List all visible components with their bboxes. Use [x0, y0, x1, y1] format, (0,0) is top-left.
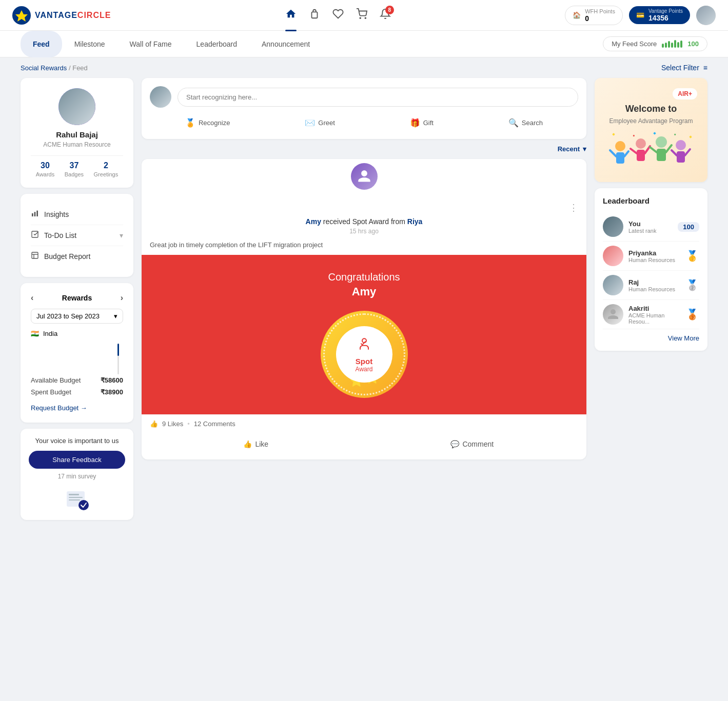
svg-rect-8 — [32, 231, 38, 237]
award-medal-container: ⭐ ⭐ Spot — [321, 311, 408, 398]
svg-point-18 — [615, 141, 625, 151]
heart-nav-icon[interactable] — [332, 8, 344, 22]
home-nav-icon[interactable] — [285, 8, 297, 22]
svg-rect-9 — [32, 252, 38, 258]
award-recipient-name: Amy — [352, 285, 377, 298]
svg-point-30 — [676, 140, 686, 150]
nav-milestone[interactable]: Milestone — [62, 31, 117, 57]
profile-avatar — [58, 88, 95, 125]
award-card: Congratulations Amy ⭐ ⭐ — [142, 255, 586, 414]
lb-raj-medal: 🥈 — [685, 278, 699, 292]
award-person-icon — [356, 336, 372, 356]
breadcrumb: Social Rewards / Feed — [21, 64, 88, 72]
svg-rect-34 — [612, 133, 615, 135]
notification-badge: 8 — [385, 6, 394, 14]
recognize-icon: 🏅 — [185, 118, 195, 128]
feed-score-box: My Feed Score 100 — [603, 36, 707, 51]
request-budget-link[interactable]: Request Budget → — [31, 404, 87, 412]
lb-you-avatar — [603, 216, 623, 237]
recognize-button[interactable]: 🏅 Recognize — [177, 115, 238, 131]
post-more-icon[interactable]: ⋮ — [569, 202, 578, 213]
nav-wall-of-fame[interactable]: Wall of Fame — [117, 31, 184, 57]
post-time: 15 hrs ago — [142, 228, 586, 239]
select-filter-button[interactable]: Select Filter ≡ — [661, 64, 707, 72]
profile-stats: 30 Awards 37 Badges 2 Greetings — [31, 155, 123, 177]
lb-aakriti-medal: 🥉 — [685, 307, 699, 322]
lb-raj-avatar — [603, 275, 623, 295]
feedback-card: Your voice is important to us Share Feed… — [21, 429, 133, 520]
share-feedback-button[interactable]: Share Feedback — [29, 451, 125, 469]
survey-duration: 17 min survey — [29, 473, 125, 480]
leaderboard-card: Leaderboard You Latest rank 100 Priyanka… — [595, 188, 707, 351]
stat-greetings: 2 Greetings — [94, 161, 119, 177]
rewards-title: Rewards — [62, 294, 92, 302]
post-reactions: 👍 9 Likes • 12 Comments — [142, 414, 586, 433]
rewards-card: ‹ Rewards › Jul 2023 to Sep 2023 ▾ 🇮🇳 In… — [21, 283, 133, 423]
breadcrumb-parent[interactable]: Social Rewards — [21, 64, 67, 72]
recent-dropdown-icon: ▾ — [583, 145, 586, 153]
svg-line-20 — [610, 150, 616, 156]
svg-point-22 — [636, 138, 646, 149]
filter-row: Recent ▾ — [142, 145, 586, 153]
view-more-button[interactable]: View More — [668, 334, 699, 342]
menu-card: Insights To-Do List ▾ Budget Report — [21, 194, 133, 277]
country-flag: 🇮🇳 — [31, 330, 39, 337]
svg-rect-5 — [32, 213, 33, 216]
svg-rect-13 — [69, 494, 79, 495]
post-header: ⋮ — [142, 194, 586, 217]
spent-budget-row: Spent Budget ₹38900 — [31, 386, 123, 398]
insights-icon — [31, 209, 39, 219]
search-button[interactable]: 🔍 Search — [500, 115, 551, 131]
svg-rect-35 — [633, 135, 635, 137]
leaderboard-item-you: You Latest rank 100 — [603, 212, 699, 242]
svg-point-4 — [365, 17, 366, 18]
feedback-illustration — [64, 486, 90, 512]
feed-score-bars — [662, 40, 682, 48]
like-icon: 👍 — [243, 440, 252, 448]
svg-line-21 — [624, 151, 628, 156]
gift-icon: 🎁 — [410, 118, 420, 128]
recent-filter-button[interactable]: Recent ▾ — [558, 145, 586, 153]
air-banner: AIR+ Welcome to Employee Advantage Progr… — [595, 78, 707, 182]
svg-line-28 — [650, 147, 657, 152]
svg-rect-38 — [689, 135, 692, 138]
svg-rect-36 — [653, 132, 656, 135]
breadcrumb-row: Social Rewards / Feed Select Filter ≡ — [0, 57, 728, 78]
menu-insights[interactable]: Insights — [31, 204, 123, 225]
award-congrats-text: Congratulations — [328, 271, 400, 283]
comment-icon: 💬 — [450, 440, 459, 448]
country-name: India — [43, 330, 57, 337]
menu-todo-list[interactable]: To-Do List ▾ — [31, 225, 123, 246]
cart-nav-icon[interactable] — [356, 8, 367, 22]
user-avatar[interactable] — [696, 6, 716, 25]
nav-leaderboard[interactable]: Leaderboard — [184, 31, 249, 57]
leaderboard-item-raj: Raj Human Resources 🥈 — [603, 271, 699, 300]
bag-nav-icon[interactable] — [309, 8, 320, 22]
svg-rect-27 — [657, 149, 666, 161]
budget-icon — [31, 251, 39, 262]
air-logo-row: AIR+ — [605, 88, 697, 99]
bell-nav-icon[interactable]: 8 — [380, 8, 391, 22]
feedback-title: Your voice is important to us — [29, 437, 125, 445]
nav-announcement[interactable]: Announcement — [249, 31, 322, 57]
post-author-avatar — [351, 163, 378, 190]
rewards-next-icon[interactable]: › — [121, 293, 123, 303]
menu-budget-report[interactable]: Budget Report — [31, 246, 123, 267]
secondary-navigation: Feed Milestone Wall of Fame Leaderboard … — [0, 31, 728, 57]
svg-rect-37 — [674, 133, 676, 135]
post-avatar-area — [142, 159, 586, 194]
greet-button[interactable]: ✉️ Greet — [297, 115, 343, 131]
gift-button[interactable]: 🎁 Gift — [402, 115, 442, 131]
left-sidebar: Rahul Bajaj ACME Human Resource 30 Award… — [21, 78, 133, 520]
nav-feed[interactable]: Feed — [21, 31, 62, 57]
comment-button[interactable]: 💬 Comment — [366, 435, 579, 453]
svg-line-32 — [672, 150, 677, 155]
profile-org: ACME Human Resource — [31, 141, 123, 148]
rewards-prev-icon[interactable]: ‹ — [31, 293, 33, 303]
right-sidebar: AIR+ Welcome to Employee Advantage Progr… — [595, 78, 707, 520]
like-button[interactable]: 👍 Like — [150, 435, 362, 453]
search-icon: 🔍 — [508, 118, 519, 128]
date-range-select[interactable]: Jul 2023 to Sep 2023 ▾ — [31, 309, 123, 324]
recognition-input[interactable] — [178, 88, 578, 107]
logo[interactable]: VANTAGECIRCLE — [12, 6, 111, 25]
